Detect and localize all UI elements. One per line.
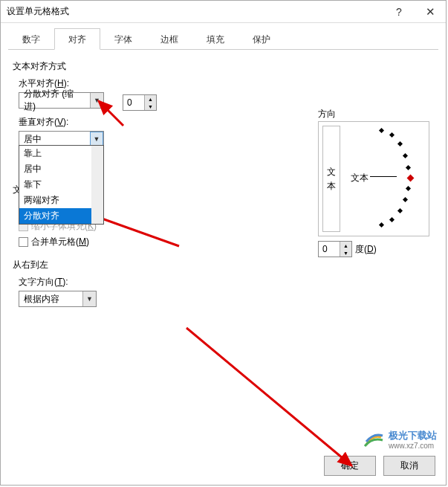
watermark: 极光下载站 www.xz7.com <box>363 430 437 451</box>
close-button[interactable]: ✕ <box>415 1 446 23</box>
dialog-title: 设置单元格格式 <box>7 5 383 18</box>
degree-down-icon[interactable]: ▼ <box>340 249 351 257</box>
text-direction-value: 根据内容 <box>19 293 82 306</box>
vertical-text-button[interactable]: 文 本 <box>322 126 340 232</box>
indent-spinner[interactable]: 0 ▲▼ <box>123 94 157 111</box>
chevron-down-icon[interactable]: ▼ <box>90 93 103 108</box>
cancel-button[interactable]: 取消 <box>383 456 435 476</box>
merge-cells-label: 合并单元格(M) <box>31 236 89 248</box>
orientation-control[interactable]: 文 本 文本 <box>318 121 429 236</box>
tab-border[interactable]: 边框 <box>146 28 192 50</box>
text-direction-label: 文字方向(T): <box>19 276 434 288</box>
tab-alignment[interactable]: 对齐 <box>54 28 100 50</box>
dial-line <box>370 176 397 177</box>
horizontal-align-combo[interactable]: 分散对齐 (缩进) ▼ <box>19 92 104 109</box>
tab-bar: 数字 对齐 字体 边框 填充 保护 <box>8 28 438 50</box>
tab-protection[interactable]: 保护 <box>238 28 285 50</box>
horizontal-align-value: 分散对齐 (缩进) <box>19 88 90 113</box>
vertical-align-value: 居中 <box>19 133 90 146</box>
annotation-arrow-3 <box>179 320 372 477</box>
tab-number[interactable]: 数字 <box>8 28 54 50</box>
tab-font[interactable]: 字体 <box>100 28 146 50</box>
svg-line-2 <box>186 328 351 465</box>
chevron-down-icon[interactable]: ▼ <box>82 291 96 306</box>
degree-label: 度(D) <box>355 243 377 256</box>
orientation-dial[interactable]: 文本 <box>345 126 425 232</box>
text-align-section-title: 文本对齐方式 <box>13 60 434 73</box>
indent-value: 0 <box>123 97 144 108</box>
tab-fill[interactable]: 填充 <box>192 28 238 50</box>
text-direction-combo[interactable]: 根据内容 ▼ <box>19 291 97 307</box>
chevron-down-icon[interactable]: ▼ <box>90 132 103 146</box>
degree-value: 0 <box>319 244 340 254</box>
indent-down-icon[interactable]: ▼ <box>144 103 156 110</box>
rtl-section-title: 从右到左 <box>13 259 434 271</box>
vertical-align-dropdown: 靠上 居中 靠下 两端对齐 分散对齐 <box>19 145 104 225</box>
degree-spinner[interactable]: 0 ▲▼ <box>318 241 352 257</box>
indent-up-icon[interactable]: ▲ <box>144 95 156 103</box>
watermark-icon <box>363 430 384 451</box>
watermark-url: www.xz7.com <box>389 442 437 450</box>
checkbox-icon[interactable] <box>19 237 28 247</box>
orientation-title: 方向 <box>318 108 336 120</box>
vertical-text-char-2: 本 <box>327 180 336 193</box>
watermark-text: 极光下载站 <box>389 430 437 441</box>
dropdown-scrollbar[interactable] <box>91 146 103 224</box>
content-area: 文本对齐方式 水平对齐(H): 分散对齐 (缩进) ▼ 缩进(I): 0 ▲▼ … <box>1 50 446 315</box>
titlebar: 设置单元格格式 ? ✕ <box>1 1 446 23</box>
dial-center-label: 文本 <box>351 172 369 184</box>
ok-button[interactable]: 确定 <box>324 456 376 476</box>
dial-handle[interactable] <box>407 175 415 182</box>
vertical-text-char-1: 文 <box>327 166 336 178</box>
dialog-format-cells: 设置单元格格式 ? ✕ 数字 对齐 字体 边框 填充 保护 文本对齐方式 水平对… <box>0 0 447 486</box>
dialog-button-row: 确定 取消 <box>324 456 435 476</box>
help-button[interactable]: ? <box>383 1 415 23</box>
degree-up-icon[interactable]: ▲ <box>340 242 351 249</box>
orientation-group: 方向 文 本 文本 <box>318 114 429 257</box>
